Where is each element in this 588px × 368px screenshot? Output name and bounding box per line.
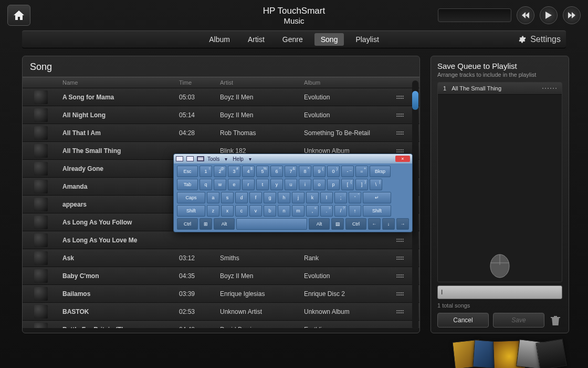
osk-key[interactable]: e [228, 179, 240, 190]
onscreen-keyboard[interactable]: Tools▾ Help▾ × Esc1!2@3#4$5%6^7&8*9(0)-_… [173, 154, 413, 232]
osk-key[interactable]: u [285, 179, 297, 190]
col-artist[interactable]: Artist [220, 79, 304, 86]
playlist-name-input[interactable] [437, 285, 562, 299]
song-row[interactable]: A Song for Mama05:03Boyz II MenEvolution [23, 88, 419, 106]
settings-button[interactable]: Settings [519, 35, 561, 44]
tab-genre[interactable]: Genre [276, 33, 309, 46]
osk-key[interactable]: \| [370, 179, 382, 190]
osk-close-button[interactable]: × [395, 156, 410, 162]
song-row[interactable]: All That I Am04:28Rob ThomasSomething To… [23, 124, 419, 142]
osk-key[interactable]: 7& [285, 166, 297, 177]
drag-handle-icon[interactable] [392, 274, 408, 278]
osk-key[interactable]: 3# [228, 166, 240, 177]
osk-key[interactable]: 4$ [242, 166, 255, 177]
tab-playlist[interactable]: Playlist [349, 33, 385, 46]
osk-key[interactable]: w [214, 179, 226, 190]
osk-menu-help[interactable]: Help [233, 156, 244, 162]
osk-key[interactable]: r [242, 179, 255, 190]
osk-key[interactable]: j [292, 192, 304, 203]
song-row[interactable]: All Night Long05:14Boyz II MenEvolution [23, 106, 419, 124]
osk-key[interactable]: i [299, 179, 311, 190]
song-row[interactable]: Ask03:12SmithsRank [23, 249, 419, 267]
osk-key[interactable]: 1! [200, 166, 212, 177]
osk-key[interactable]: 0) [327, 166, 340, 177]
cancel-button[interactable]: Cancel [437, 313, 489, 328]
tab-song[interactable]: Song [314, 33, 344, 46]
osk-key[interactable]: 2@ [214, 166, 226, 177]
osk-key[interactable]: y [270, 179, 283, 190]
osk-key[interactable]: ← [368, 218, 381, 230]
osk-key[interactable]: =+ [355, 166, 368, 177]
col-name[interactable]: Name [62, 79, 179, 86]
next-button[interactable] [563, 6, 581, 24]
osk-key[interactable]: c [235, 205, 248, 217]
song-row[interactable]: As Long As You Love Me [23, 231, 419, 249]
osk-key[interactable]: Bksp [370, 166, 391, 177]
col-album[interactable]: Album [304, 79, 392, 86]
osk-key[interactable]: x [221, 205, 234, 217]
home-button[interactable] [7, 5, 30, 26]
drag-handle-icon[interactable] [392, 310, 408, 313]
osk-key[interactable]: Alt [309, 218, 330, 230]
osk-titlebar[interactable]: Tools▾ Help▾ × [174, 154, 412, 163]
trash-button[interactable] [549, 313, 562, 328]
drag-handle-icon[interactable] [392, 149, 408, 152]
osk-key[interactable]: /? [334, 205, 347, 217]
osk-key[interactable]: Tab [177, 179, 198, 190]
osk-key[interactable]: o [313, 179, 326, 190]
drag-handle-icon[interactable] [392, 328, 408, 329]
osk-mode-icon-3[interactable] [197, 156, 204, 161]
osk-key[interactable]: z [207, 205, 219, 217]
osk-key[interactable]: p [327, 179, 340, 190]
osk-key[interactable]: 8* [299, 166, 311, 177]
drag-handle-icon[interactable] [392, 292, 408, 295]
osk-key[interactable]: ↑ [349, 205, 361, 217]
drag-handle-icon[interactable] [392, 239, 408, 242]
osk-key[interactable]: n [278, 205, 290, 217]
osk-key[interactable]: b [264, 205, 276, 217]
drag-handle-icon[interactable] [392, 131, 408, 135]
osk-key[interactable]: v [249, 205, 262, 217]
osk-key[interactable]: Caps [177, 192, 205, 203]
osk-menu-tools[interactable]: Tools [207, 156, 219, 162]
osk-key[interactable]: h [278, 192, 290, 203]
osk-key[interactable]: ▤ [331, 218, 344, 230]
song-row[interactable]: Baby C'mon04:35Boyz II MenEvolution [23, 267, 419, 285]
song-scrollbar-thumb[interactable] [412, 91, 418, 110]
osk-key[interactable]: 6^ [270, 166, 283, 177]
osk-key[interactable]: g [264, 192, 276, 203]
osk-key[interactable]: .> [320, 205, 333, 217]
osk-key[interactable]: 5% [256, 166, 269, 177]
osk-key[interactable]: l [320, 192, 333, 203]
osk-key[interactable] [236, 218, 307, 230]
song-row[interactable]: BASTOK02:53Unknown ArtistUnknown Album [23, 303, 419, 321]
osk-key[interactable]: m [292, 205, 304, 217]
tab-artist[interactable]: Artist [242, 33, 271, 46]
save-button[interactable]: Save [493, 313, 544, 328]
osk-key[interactable]: ;: [334, 192, 347, 203]
drag-handle-icon[interactable] [392, 257, 408, 260]
osk-key[interactable]: ⊞ [200, 218, 212, 230]
osk-key[interactable]: -_ [341, 166, 354, 177]
osk-key[interactable]: f [249, 192, 262, 203]
queue-item[interactable]: 1All The Small Thing [438, 83, 562, 95]
osk-key[interactable]: Esc [177, 166, 198, 177]
osk-key[interactable]: → [396, 218, 409, 230]
osk-key[interactable]: s [221, 192, 234, 203]
osk-key[interactable]: [{ [341, 179, 354, 190]
prev-button[interactable] [517, 6, 534, 24]
col-time[interactable]: Time [179, 79, 220, 86]
osk-key[interactable]: 9( [313, 166, 326, 177]
osk-key[interactable]: '" [349, 192, 361, 203]
song-scrollbar[interactable] [412, 80, 418, 330]
drag-handle-icon[interactable] [392, 114, 408, 117]
play-button[interactable] [540, 6, 558, 24]
osk-key[interactable]: q [200, 179, 212, 190]
osk-key[interactable]: Ctrl [177, 218, 198, 230]
osk-key[interactable]: ,< [306, 205, 319, 217]
osk-key[interactable]: t [256, 179, 269, 190]
osk-key[interactable]: k [306, 192, 319, 203]
song-row[interactable]: Battle For Britain (The04:48David BowieE… [23, 321, 419, 328]
osk-key[interactable]: ↓ [382, 218, 395, 230]
osk-key[interactable]: Alt [214, 218, 235, 230]
